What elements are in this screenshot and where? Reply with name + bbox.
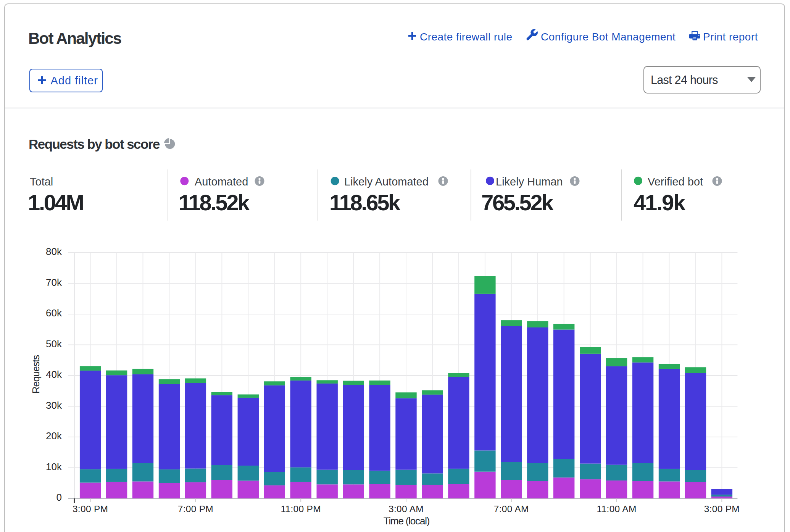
svg-text:Time (local): Time (local) <box>384 515 430 527</box>
svg-text:Requests: Requests <box>30 355 42 393</box>
svg-text:70k: 70k <box>46 277 62 288</box>
svg-text:3:00 AM: 3:00 AM <box>389 504 424 514</box>
svg-text:50k: 50k <box>46 338 62 350</box>
svg-text:40k: 40k <box>46 369 62 380</box>
svg-text:30k: 30k <box>46 400 62 411</box>
svg-text:11:00 AM: 11:00 AM <box>597 504 637 514</box>
svg-text:7:00 AM: 7:00 AM <box>494 504 529 514</box>
svg-text:10k: 10k <box>46 461 62 472</box>
svg-text:7:00 PM: 7:00 PM <box>178 504 213 514</box>
svg-text:60k: 60k <box>46 307 62 319</box>
svg-text:80k: 80k <box>46 246 62 257</box>
svg-text:20k: 20k <box>46 430 62 442</box>
svg-text:11:00 PM: 11:00 PM <box>281 504 321 514</box>
svg-text:3:00 PM: 3:00 PM <box>704 504 740 514</box>
svg-text:0: 0 <box>56 492 62 503</box>
svg-text:3:00 PM: 3:00 PM <box>73 504 108 514</box>
